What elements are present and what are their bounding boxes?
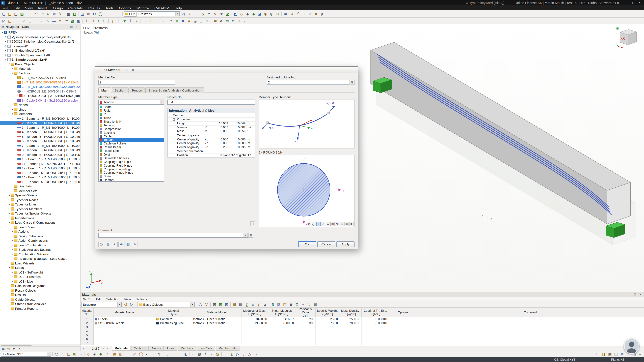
find-object-button[interactable]: ◎ (98, 242, 104, 247)
menu-file[interactable]: File (0, 5, 11, 10)
materials-menu-go-to[interactable]: Go To (80, 297, 94, 301)
member-type-option-beam[interactable]: Beam (98, 105, 164, 109)
member-type-option-rib[interactable]: Rib (98, 113, 164, 116)
tree-item-relationship-between-load-case[interactable]: Relationship Between Load Cases (0, 256, 80, 261)
column-header-material-no[interactable]: MaterialNo. (80, 308, 94, 317)
load-case-combo[interactable]: Prestress ▼ (137, 11, 180, 16)
ruler-icon[interactable]: ↔ (223, 352, 228, 357)
poisson-cell[interactable]: 0.300 (295, 321, 316, 325)
member-type-option-damper[interactable]: Damper (98, 178, 164, 182)
print-section-button[interactable]: ▤ (340, 222, 344, 226)
tree-expander-icon[interactable]: ▸ (8, 217, 11, 219)
tree-item-stress-strain-analysis[interactable]: Stress-Strain Analysis (0, 302, 80, 306)
tree-item-materials[interactable]: ▸Materials (0, 66, 80, 71)
mass-density-cell[interactable] (339, 325, 362, 329)
column-header-mass-density-kg-m[interactable]: Mass Densityρ [kg/m³] (339, 308, 362, 317)
save-file-icon[interactable]: ◫ (13, 11, 19, 16)
tree-item-result-objects[interactable]: Result Objects (0, 288, 80, 293)
scale-display-icon[interactable]: ± (229, 352, 234, 357)
tree-expander-icon[interactable]: ▸ (4, 40, 8, 43)
animation-icon[interactable]: ▷ (235, 352, 240, 357)
mass-density-cell[interactable] (339, 341, 362, 345)
numbering-show-icon[interactable]: № (182, 352, 188, 357)
restore-button[interactable]: ▢ (630, 0, 636, 5)
material-name-cell[interactable] (94, 325, 155, 329)
material-type-cell[interactable] (155, 337, 192, 341)
selection-mode-icon[interactable]: ◸ (132, 352, 138, 357)
modulus-cell[interactable] (242, 325, 268, 329)
zoom-out-icon[interactable]: ⊖ (92, 11, 97, 16)
object-tables-button[interactable]: ▦ (125, 242, 131, 247)
next-view-icon[interactable]: → (116, 11, 122, 16)
tab-stress-strain-analysis-configuration[interactable]: Stress-Strain Analysis - Configuration (146, 87, 204, 93)
member-tool-icon[interactable]: — (51, 18, 57, 24)
grid-toggle-icon[interactable]: # (186, 18, 192, 24)
touch-mode-icon[interactable]: ☐ (595, 352, 601, 357)
tree-item-printout-reports[interactable]: Printout Reports (0, 306, 80, 311)
member-type-option-coupling-rigid-rigid[interactable]: Coupling Rigid-Rigid (98, 160, 164, 164)
keyword-search[interactable]: Type a keyword (Alt+Q) (466, 1, 504, 4)
calculate-all-icon[interactable]: ≡ (206, 11, 212, 16)
views-navigator-icon[interactable]: ◉ (12, 347, 16, 351)
view-in-y-icon[interactable]: ◆ (251, 11, 256, 16)
find-cell-icon[interactable]: ◎ (198, 302, 203, 307)
load-case-tag[interactable]: LC2 (124, 11, 137, 16)
trim-tool-icon[interactable]: ✂ (230, 18, 236, 24)
background-color-icon[interactable]: ▨ (215, 352, 220, 357)
tree-expander-icon[interactable]: ▸ (8, 203, 11, 206)
member-type-option-coupling-rigid-hinge[interactable]: Coupling Rigid-Hinge (98, 164, 164, 167)
tree-item-line-sets[interactable]: Line Sets (0, 184, 80, 189)
tree-item-2-tendon-5-round-30-h[interactable]: 2 - Tendon | 5 - ROUND 30/H | L : 10.049… (0, 121, 80, 125)
thermal-exp-cell[interactable] (362, 341, 390, 345)
member-type-option-tendon[interactable]: Tendon (98, 138, 164, 142)
tree-expander-icon[interactable]: ▸ (11, 271, 14, 274)
tree-item-lc2-prestress[interactable]: ▸LC2 - Prestress (0, 275, 80, 279)
ortho-toggle-icon[interactable]: ∟ (198, 18, 204, 24)
free-load-icon[interactable]: ⇂ (128, 18, 134, 24)
tree-expander-icon[interactable]: ▸ (11, 235, 14, 238)
intersect-tool-icon[interactable]: ∩ (242, 18, 248, 24)
comment-combo[interactable]: ▼ (98, 233, 248, 238)
concrete-beam[interactable] (371, 42, 630, 224)
info-section-member-orientation[interactable]: –Member orientation (168, 149, 255, 153)
table-row[interactable]: 1C35/45ConcreteIsotropic | Linear Elasti… (80, 317, 644, 321)
edit-settings-button[interactable]: ✎ (132, 242, 138, 247)
new-object-button[interactable]: ⊕ (118, 242, 124, 247)
tree-item-3-beam-1-r-m1-400-1000[interactable]: 3 - Beam | 1 - R_M1 400/1000 | L : 10.00… (0, 125, 80, 130)
material-model-cell[interactable]: Isotropic | Linear Elastic (192, 321, 242, 325)
tree-item-6-tendon-5-round-30-h[interactable]: 6 - Tendon | 5 - ROUND 30/H | L : 10.049… (0, 139, 80, 143)
material-name-cell[interactable] (94, 341, 155, 345)
tree-expander-icon[interactable]: ▸ (8, 194, 11, 197)
comment-cell[interactable] (417, 325, 644, 329)
menu-calculate[interactable]: Calculate (66, 5, 86, 10)
member-no-input[interactable] (98, 80, 176, 85)
grid-section-button[interactable]: # (316, 222, 321, 226)
member-type-option-truss-only-n[interactable]: Truss (only N) (98, 120, 164, 123)
material-name-cell[interactable] (94, 333, 155, 337)
options-cell[interactable] (390, 341, 417, 345)
color-bars-icon[interactable]: ▨ (276, 302, 282, 307)
poisson-cell[interactable] (295, 329, 316, 333)
material-model-cell[interactable] (192, 341, 242, 345)
plane-yz-icon[interactable]: ◆ (98, 352, 104, 357)
zoom-in-icon[interactable]: ⊕ (86, 11, 91, 16)
view-in-x-icon[interactable]: ◈ (245, 11, 250, 16)
delete-objects-icon[interactable]: ⊠ (51, 11, 57, 16)
screenshot-icon[interactable]: ◔ (25, 11, 31, 16)
collapse-box-icon[interactable]: – (173, 150, 176, 152)
tree-item-1-beam-1-r-m1-400-1000[interactable]: 1 - Beam | 1 - R_M1 400/1000 | L : 10.00… (0, 116, 80, 121)
formula-icon[interactable]: ƒ (256, 302, 262, 307)
dialog-titlebar[interactable]: ⊿ Edit Member ▢ ✕ (95, 67, 358, 73)
coordinate-system-icon[interactable]: + (160, 18, 166, 24)
text-tool-icon[interactable]: T (148, 18, 154, 24)
thermal-exp-cell[interactable] (362, 329, 390, 333)
modulus-cell[interactable] (242, 329, 268, 333)
tab-main[interactable]: Main (98, 87, 111, 93)
shadow-toggle-icon[interactable]: ◑ (209, 352, 214, 357)
loads-show-icon[interactable]: ↓ (164, 352, 170, 357)
comment-cell[interactable] (417, 333, 644, 337)
specific-weight-cell[interactable]: 25.00 (316, 317, 339, 321)
cancel-button[interactable]: Cancel (317, 241, 336, 247)
info-section-center-of-gravity[interactable]: –Center of gravity (168, 133, 255, 138)
panel-toggle-icon[interactable]: ◨ (601, 352, 607, 357)
